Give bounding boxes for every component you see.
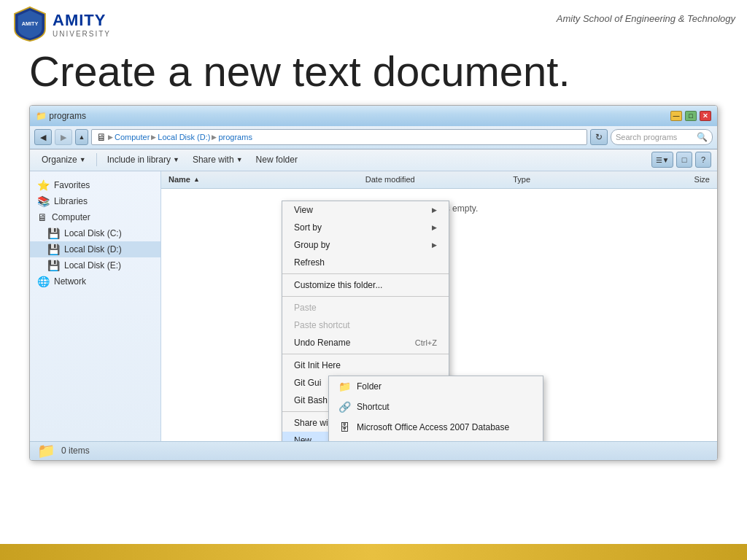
cm-customize[interactable]: Customize this folder... bbox=[282, 276, 449, 294]
cm-sep-1 bbox=[282, 273, 449, 274]
bc-programs[interactable]: programs bbox=[218, 133, 252, 141]
logo-university-text: UNIVERSITY bbox=[53, 30, 111, 38]
forward-button[interactable]: ▶ bbox=[55, 129, 72, 145]
cm-sort-by[interactable]: Sort by bbox=[282, 219, 449, 236]
organize-button[interactable]: Organize ▼ bbox=[36, 152, 92, 167]
preview-button[interactable]: □ bbox=[676, 152, 692, 168]
address-bar: ◀ ▶ ▲ 🖥 ▶ Computer ▶ Local Disk (D:) ▶ p… bbox=[30, 126, 717, 149]
sidebar-computer-label: Computer bbox=[52, 212, 90, 222]
main-heading: Create a new text document. bbox=[0, 48, 747, 95]
svg-text:AMITY: AMITY bbox=[22, 20, 39, 27]
status-folder-icon: 📁 bbox=[37, 442, 55, 459]
cm-view[interactable]: View bbox=[282, 201, 449, 219]
include-lib-chevron: ▼ bbox=[173, 156, 179, 163]
search-placeholder: Search programs bbox=[616, 133, 677, 141]
search-icon[interactable]: 🔍 bbox=[697, 132, 708, 142]
col-type-header[interactable]: Type bbox=[513, 175, 611, 184]
toolbar: Organize ▼ Include in library ▼ Share wi… bbox=[30, 149, 717, 171]
computer-icon: 🖥 bbox=[37, 211, 47, 223]
share-with-button[interactable]: Share with ▼ bbox=[187, 152, 249, 167]
logo-text: AMITY UNIVERSITY bbox=[53, 11, 111, 38]
shortcut-icon: 🔗 bbox=[338, 400, 351, 413]
bc-computer[interactable]: Computer bbox=[115, 133, 150, 141]
new-folder-button[interactable]: New folder bbox=[250, 152, 303, 167]
logo-amity-text: AMITY bbox=[53, 11, 111, 30]
sm-shortcut[interactable]: 🔗 Shortcut bbox=[329, 397, 543, 417]
window-title: 📁 programs bbox=[36, 111, 86, 121]
cm-undo-shortcut: Ctrl+Z bbox=[415, 338, 437, 347]
sidebar-item-computer[interactable]: 🖥 Computer bbox=[30, 209, 160, 225]
cm-sep-2 bbox=[282, 296, 449, 297]
sidebar-item-local-disk-e[interactable]: 💾 Local Disk (E:) bbox=[30, 257, 160, 273]
sm-access-db[interactable]: 🗄 Microsoft Office Access 2007 Database bbox=[329, 417, 543, 438]
disk-d-icon: 💾 bbox=[47, 244, 60, 255]
column-headers: Name ▲ Date modified Type Size bbox=[161, 171, 717, 189]
help-button[interactable]: ? bbox=[695, 152, 711, 168]
minimize-button[interactable]: — bbox=[670, 111, 682, 121]
status-item-count: 0 items bbox=[61, 446, 90, 456]
title-bar: 📁 programs — □ ✕ bbox=[30, 106, 717, 126]
share-chevron: ▼ bbox=[236, 156, 243, 163]
sidebar-disk-e-label: Local Disk (E:) bbox=[64, 260, 121, 271]
network-icon: 🌐 bbox=[37, 276, 50, 287]
cm-sep-3 bbox=[282, 354, 449, 354]
bc-local-disk[interactable]: Local Disk (D:) bbox=[158, 133, 210, 141]
view-controls: ☰▼ □ ? bbox=[651, 152, 711, 168]
folder-icon: 📁 bbox=[338, 380, 351, 393]
content-area: ⭐ Favorites 📚 Libraries 🖥 Computer 💾 Loc… bbox=[30, 171, 717, 441]
up-button[interactable]: ▲ bbox=[75, 129, 88, 145]
back-button[interactable]: ◀ bbox=[34, 129, 52, 145]
col-name-header[interactable]: Name ▲ bbox=[169, 175, 365, 184]
sidebar-item-libraries[interactable]: 📚 Libraries bbox=[30, 193, 160, 209]
file-area[interactable]: Name ▲ Date modified Type Size This fold… bbox=[161, 171, 717, 441]
window-controls: — □ ✕ bbox=[670, 111, 711, 121]
col-size-header[interactable]: Size bbox=[611, 175, 710, 184]
disk-e-icon: 💾 bbox=[47, 260, 60, 271]
status-bar: 📁 0 items bbox=[30, 441, 717, 460]
view-toggle-button[interactable]: ☰▼ bbox=[651, 152, 673, 168]
sidebar-disk-c-label: Local Disk (C:) bbox=[64, 228, 122, 238]
cm-paste-shortcut[interactable]: Paste shortcut bbox=[282, 316, 449, 334]
sidebar-favorites-label: Favorites bbox=[54, 180, 90, 190]
cm-group-by[interactable]: Group by bbox=[282, 236, 449, 254]
organize-chevron: ▼ bbox=[80, 156, 86, 163]
sidebar-item-favorites[interactable]: ⭐ Favorites bbox=[30, 177, 160, 193]
gold-bar bbox=[0, 544, 747, 560]
breadcrumb[interactable]: 🖥 ▶ Computer ▶ Local Disk (D:) ▶ program… bbox=[91, 129, 587, 145]
refresh-button[interactable]: ↻ bbox=[590, 129, 608, 145]
close-button[interactable]: ✕ bbox=[700, 111, 711, 121]
logo-area: AMITY AMITY UNIVERSITY bbox=[12, 6, 111, 42]
sidebar-item-network[interactable]: 🌐 Network bbox=[30, 273, 160, 289]
favorites-icon: ⭐ bbox=[37, 179, 50, 191]
sidebar-network-label: Network bbox=[54, 276, 86, 287]
cm-undo-rename[interactable]: Undo Rename Ctrl+Z bbox=[282, 334, 449, 351]
sm-bitmap[interactable]: 🖼 Bitmap image bbox=[329, 438, 543, 441]
explorer-window: 📁 programs — □ ✕ ◀ ▶ ▲ 🖥 ▶ Computer ▶ Lo… bbox=[29, 105, 718, 461]
new-submenu: 📁 Folder 🔗 Shortcut 🗄 Microsoft Office A… bbox=[328, 376, 543, 441]
header-institution-title: Amity School of Engineering & Technology bbox=[557, 13, 735, 24]
cm-paste[interactable]: Paste bbox=[282, 299, 449, 316]
libraries-icon: 📚 bbox=[37, 195, 50, 207]
include-library-button[interactable]: Include in library ▼ bbox=[101, 152, 185, 167]
sidebar-item-local-disk-d[interactable]: 💾 Local Disk (D:) bbox=[30, 241, 160, 257]
search-box[interactable]: Search programs 🔍 bbox=[611, 129, 713, 145]
maximize-button[interactable]: □ bbox=[685, 111, 697, 121]
cm-refresh[interactable]: Refresh bbox=[282, 254, 449, 271]
sidebar: ⭐ Favorites 📚 Libraries 🖥 Computer 💾 Loc… bbox=[30, 171, 161, 441]
header: AMITY AMITY UNIVERSITY Amity School of E… bbox=[0, 0, 747, 48]
sidebar-item-local-disk-c[interactable]: 💾 Local Disk (C:) bbox=[30, 225, 160, 241]
access-icon: 🗄 bbox=[338, 421, 351, 434]
amity-logo: AMITY bbox=[12, 6, 48, 42]
sidebar-disk-d-label: Local Disk (D:) bbox=[64, 244, 122, 254]
toolbar-sep-1 bbox=[96, 153, 97, 166]
sm-folder[interactable]: 📁 Folder bbox=[329, 376, 543, 397]
col-date-header[interactable]: Date modified bbox=[365, 175, 513, 184]
sidebar-libraries-label: Libraries bbox=[54, 196, 88, 206]
disk-c-icon: 💾 bbox=[47, 228, 60, 239]
cm-git-init[interactable]: Git Init Here bbox=[282, 357, 449, 374]
